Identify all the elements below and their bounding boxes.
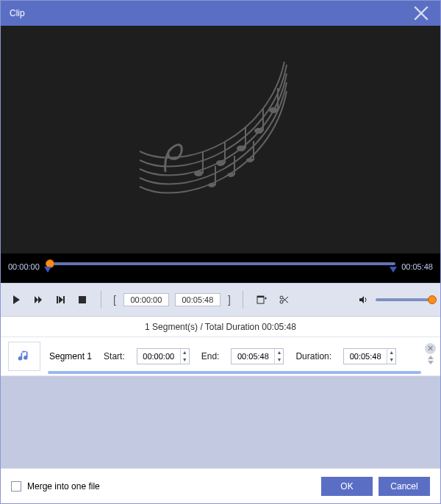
play-icon (11, 295, 21, 305)
segment-end-input[interactable]: ▲▼ (231, 348, 284, 364)
timeline: 00:00:00 00:05:48 (1, 253, 440, 283)
svg-point-2 (216, 160, 225, 166)
segment-duration-input[interactable]: ▲▼ (343, 348, 396, 364)
window-title: Clip (10, 8, 25, 18)
spin-down-icon[interactable]: ▼ (275, 356, 283, 364)
svg-rect-17 (63, 296, 65, 303)
step-icon (55, 295, 65, 305)
volume-button[interactable] (355, 292, 371, 308)
svg-rect-20 (257, 296, 264, 298)
fast-forward-icon (33, 295, 43, 305)
svg-rect-3 (224, 141, 226, 163)
volume-slider[interactable] (376, 298, 433, 301)
spin-up-icon[interactable]: ▲ (181, 349, 189, 356)
preview-area: 00:00:00 00:05:48 (1, 26, 440, 283)
svg-rect-5 (245, 126, 246, 148)
delete-segment-button[interactable]: ✕ (425, 343, 436, 354)
spin-down-icon[interactable]: ▼ (181, 356, 189, 364)
next-frame-button[interactable] (52, 292, 68, 308)
scissors-icon (279, 295, 289, 305)
svg-rect-18 (79, 296, 86, 303)
move-down-icon[interactable] (428, 361, 434, 364)
stop-button[interactable] (74, 292, 90, 308)
start-label: Start: (104, 351, 125, 361)
speaker-icon (358, 295, 368, 305)
svg-point-6 (254, 128, 263, 134)
footer: Merge into one file OK Cancel (1, 468, 440, 503)
svg-point-10 (208, 183, 215, 187)
range-in-field[interactable]: 00:00:00 (123, 293, 169, 306)
cut-button[interactable] (276, 292, 292, 308)
segment-progress-bar (48, 371, 421, 374)
svg-rect-16 (57, 296, 58, 303)
titlebar: Clip (1, 1, 440, 26)
music-note-icon (16, 348, 32, 364)
spin-down-icon[interactable]: ▼ (387, 356, 395, 364)
segment-name: Segment 1 (49, 351, 92, 361)
timeline-end-label: 00:05:48 (401, 262, 433, 271)
svg-rect-7 (262, 109, 264, 131)
fast-forward-button[interactable] (30, 292, 46, 308)
svg-rect-1 (202, 151, 204, 173)
film-plus-icon (257, 295, 267, 305)
segment-row[interactable]: Segment 1 Start: ▲▼ End: ▲▼ Duration: ▲▼… (1, 337, 440, 376)
segment-duration-value[interactable] (344, 352, 387, 361)
range-out-field[interactable]: 00:05:48 (175, 293, 220, 306)
end-label: End: (201, 351, 220, 361)
volume-thumb[interactable] (428, 295, 437, 304)
move-up-icon[interactable] (428, 356, 434, 359)
cancel-button[interactable]: Cancel (379, 477, 430, 496)
segment-start-value[interactable] (137, 352, 180, 361)
svg-point-14 (246, 158, 254, 162)
timeline-track[interactable] (46, 258, 395, 276)
svg-rect-13 (234, 156, 235, 175)
in-marker[interactable] (44, 267, 51, 273)
duration-label: Duration: (295, 351, 331, 361)
merge-checkbox[interactable] (11, 481, 21, 492)
segment-start-input[interactable]: ▲▼ (137, 348, 190, 364)
media-preview (1, 26, 440, 253)
spin-up-icon[interactable]: ▲ (387, 349, 395, 356)
segment-end-value[interactable] (232, 352, 274, 361)
close-button[interactable] (411, 3, 431, 24)
svg-rect-11 (215, 166, 216, 185)
svg-point-12 (227, 173, 234, 177)
segment-thumbnail (8, 342, 40, 371)
empty-area (1, 376, 440, 468)
timeline-start-label: 00:00:00 (8, 262, 40, 271)
svg-point-22 (280, 300, 283, 303)
svg-point-0 (194, 170, 203, 176)
ok-button[interactable]: OK (321, 477, 373, 496)
volume-control (355, 292, 433, 308)
stop-icon (77, 295, 87, 305)
svg-point-8 (269, 107, 278, 113)
play-button[interactable] (8, 292, 24, 308)
svg-rect-15 (253, 141, 254, 160)
svg-point-4 (237, 145, 245, 151)
svg-point-21 (280, 296, 283, 299)
bracket-right-icon[interactable]: ] (226, 294, 232, 306)
clip-dialog: Clip (0, 0, 441, 504)
playback-controls: [ 00:00:00 00:05:48 ] (1, 283, 440, 317)
music-art-icon (125, 62, 316, 218)
close-icon (411, 3, 431, 24)
segments-summary: 1 Segment(s) / Total Duration 00:05:48 (1, 317, 440, 337)
new-segment-button[interactable] (254, 292, 270, 308)
spin-up-icon[interactable]: ▲ (275, 349, 283, 356)
out-marker[interactable] (390, 267, 397, 273)
merge-label: Merge into one file (27, 481, 100, 492)
svg-rect-9 (277, 88, 279, 110)
bracket-left-icon[interactable]: [ (112, 294, 118, 306)
